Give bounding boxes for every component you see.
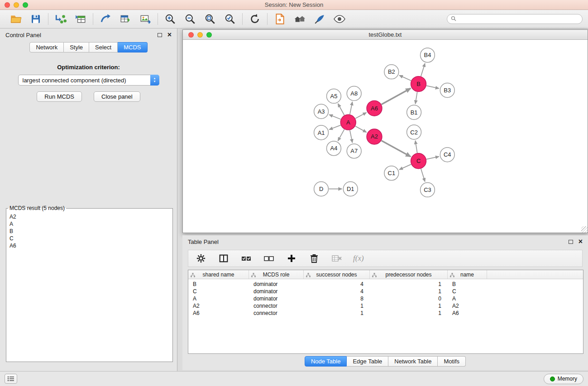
node-A4[interactable]: A4 bbox=[327, 141, 341, 156]
save-icon[interactable] bbox=[29, 13, 42, 25]
zoom-fit-icon[interactable] bbox=[204, 13, 216, 25]
table-row[interactable]: Bdominator41B bbox=[188, 281, 583, 288]
zoom-in-icon[interactable] bbox=[164, 13, 177, 25]
settings-gear-icon[interactable] bbox=[195, 252, 207, 265]
close-table-panel-icon[interactable]: × bbox=[578, 239, 583, 244]
node-A8[interactable]: A8 bbox=[347, 86, 361, 101]
open-folder-icon[interactable] bbox=[10, 13, 22, 25]
column-header-successor-nodes[interactable]: successor nodes bbox=[304, 270, 370, 279]
edge-A-A2[interactable] bbox=[355, 126, 367, 133]
table-row[interactable]: Cdominator41C bbox=[188, 288, 583, 295]
edge-A-A7[interactable] bbox=[350, 130, 353, 143]
criterion-dropdown[interactable]: largest connected component (directed) ▲… bbox=[18, 75, 159, 86]
edge-C-C3[interactable] bbox=[421, 169, 425, 182]
column-header-name[interactable]: name bbox=[448, 270, 487, 279]
function-builder-icon[interactable]: f(x) bbox=[353, 254, 364, 263]
result-item[interactable]: A bbox=[6, 220, 172, 228]
edge-A-A1[interactable] bbox=[329, 125, 340, 130]
task-history-button[interactable] bbox=[5, 374, 17, 384]
edge-B-B1[interactable] bbox=[416, 92, 417, 104]
columns-icon[interactable] bbox=[217, 252, 230, 265]
delete-table-icon[interactable] bbox=[330, 252, 343, 265]
table-tab-network-table[interactable]: Network Table bbox=[388, 356, 438, 367]
node-C3[interactable]: C3 bbox=[421, 183, 435, 197]
edge-A-A6[interactable] bbox=[355, 113, 366, 119]
node-A6[interactable]: A6 bbox=[367, 100, 382, 116]
open-session-icon[interactable] bbox=[273, 13, 286, 25]
float-panel-icon[interactable] bbox=[158, 33, 162, 37]
edge-B-B3[interactable] bbox=[426, 86, 439, 88]
export-image-icon[interactable] bbox=[139, 13, 152, 25]
network-canvas[interactable]: B4B2BB3A5A8A6B1A3AC2A1A2A4A7CC4C1C3DD1 bbox=[183, 40, 588, 233]
refresh-icon[interactable] bbox=[249, 13, 261, 25]
column-header-MCDS-role[interactable]: MCDS role bbox=[249, 270, 304, 279]
node-A[interactable]: A bbox=[340, 114, 356, 130]
node-B2[interactable]: B2 bbox=[384, 65, 399, 79]
node-A1[interactable]: A1 bbox=[314, 125, 329, 140]
network-graph[interactable]: B4B2BB3A5A8A6B1A3AC2A1A2A4A7CC4C1C3DD1 bbox=[183, 40, 588, 233]
node-C[interactable]: C bbox=[411, 153, 426, 169]
search-box[interactable] bbox=[447, 14, 583, 24]
edge-A6-B[interactable] bbox=[382, 88, 411, 104]
table-tab-edge-table[interactable]: Edge Table bbox=[347, 356, 388, 367]
edge-A-A4[interactable] bbox=[338, 129, 344, 141]
table-row[interactable]: Adominator80A bbox=[188, 295, 583, 302]
node-B4[interactable]: B4 bbox=[421, 48, 435, 62]
column-header-predecessor-nodes[interactable]: predecessor nodes bbox=[370, 270, 448, 279]
export-table-icon[interactable] bbox=[119, 13, 132, 25]
table-row[interactable]: A2connector11A2 bbox=[188, 302, 583, 310]
node-B[interactable]: B bbox=[411, 76, 426, 92]
column-header-shared-name[interactable]: shared name bbox=[188, 270, 249, 279]
table-tab-node-table[interactable]: Node Table bbox=[305, 356, 347, 367]
table-row[interactable]: A6connector11A6 bbox=[188, 310, 583, 317]
edge-B-B4[interactable] bbox=[421, 63, 425, 76]
tab-style[interactable]: Style bbox=[64, 42, 89, 52]
node-C2[interactable]: C2 bbox=[407, 125, 421, 139]
edge-B-B2[interactable] bbox=[399, 75, 411, 81]
node-D[interactable]: D bbox=[314, 182, 329, 196]
eye-icon[interactable] bbox=[333, 13, 346, 25]
node-A5[interactable]: A5 bbox=[327, 89, 341, 103]
export-network-icon[interactable] bbox=[99, 13, 112, 25]
float-table-panel-icon[interactable] bbox=[569, 240, 573, 244]
node-C1[interactable]: C1 bbox=[384, 166, 399, 181]
run-mcds-button[interactable]: Run MCDS bbox=[37, 91, 82, 102]
import-table-icon[interactable] bbox=[74, 13, 87, 25]
delete-row-icon[interactable] bbox=[308, 252, 320, 265]
add-row-icon[interactable] bbox=[285, 252, 298, 265]
edge-A-A8[interactable] bbox=[350, 102, 353, 114]
edge-A2-C[interactable] bbox=[382, 141, 411, 157]
zoom-selected-icon[interactable] bbox=[224, 13, 236, 25]
node-A2[interactable]: A2 bbox=[367, 129, 382, 144]
home-icon[interactable] bbox=[293, 13, 306, 25]
network-window-titlebar[interactable]: testGlobe.txt bbox=[183, 30, 588, 40]
result-item[interactable]: C bbox=[6, 235, 172, 242]
tab-network[interactable]: Network bbox=[29, 42, 64, 52]
edge-A-A5[interactable] bbox=[338, 104, 344, 115]
close-panel-icon[interactable]: × bbox=[167, 32, 172, 38]
unselect-all-icon[interactable] bbox=[263, 252, 275, 265]
tab-mcds[interactable]: MCDS bbox=[118, 42, 147, 52]
node-A7[interactable]: A7 bbox=[347, 144, 361, 158]
select-all-icon[interactable] bbox=[240, 252, 253, 265]
zoom-out-icon[interactable] bbox=[184, 13, 196, 25]
result-item[interactable]: A6 bbox=[6, 242, 172, 249]
import-network-icon[interactable] bbox=[54, 13, 67, 25]
table-tab-motifs[interactable]: Motifs bbox=[438, 356, 466, 367]
node-D1[interactable]: D1 bbox=[343, 182, 358, 196]
result-item[interactable]: A2 bbox=[6, 213, 172, 220]
annotation-icon[interactable] bbox=[313, 13, 326, 25]
memory-button[interactable]: Memory bbox=[544, 374, 583, 384]
tab-select[interactable]: Select bbox=[89, 42, 118, 52]
close-panel-button[interactable]: Close panel bbox=[94, 91, 140, 102]
edge-A-A3[interactable] bbox=[329, 114, 341, 119]
node-C4[interactable]: C4 bbox=[440, 148, 454, 162]
edge-C-C1[interactable] bbox=[399, 164, 411, 170]
edge-C-C2[interactable] bbox=[416, 141, 417, 153]
node-B3[interactable]: B3 bbox=[440, 83, 454, 98]
result-item[interactable]: B bbox=[6, 228, 172, 235]
edge-C-C4[interactable] bbox=[426, 157, 439, 159]
node-B1[interactable]: B1 bbox=[407, 105, 421, 119]
node-A3[interactable]: A3 bbox=[314, 104, 329, 119]
search-input[interactable] bbox=[459, 16, 578, 22]
